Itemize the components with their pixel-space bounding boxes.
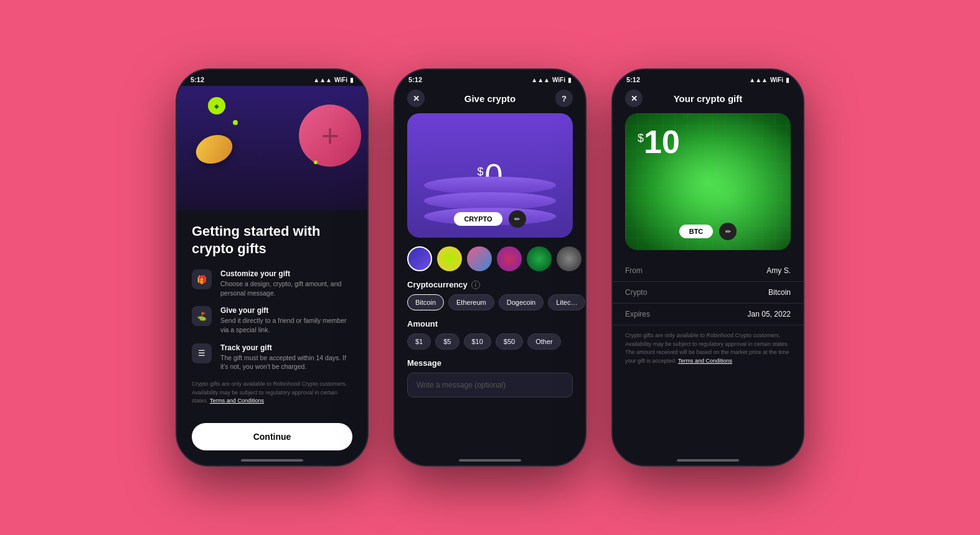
phone2-header: ✕ Give crypto ?: [395, 86, 585, 113]
design-thumb-2[interactable]: [437, 246, 462, 271]
expires-value: Jan 05, 2022: [748, 310, 791, 319]
status-icons-3: ▲▲▲ WiFi ▮: [749, 77, 789, 83]
close-button-2[interactable]: ✕: [407, 90, 425, 107]
btc-dollar: $: [638, 132, 644, 144]
btc-amount: $10: [638, 126, 680, 158]
home-indicator-2: [459, 459, 521, 462]
info-row-expires: Expires Jan 05, 2022: [613, 304, 803, 325]
home-indicator-1: [241, 459, 303, 462]
feature-desc-give: Send it directly to a friend or family m…: [220, 316, 352, 334]
crypto-label: Crypto: [625, 288, 647, 297]
feature-icon-give: ⛳: [192, 306, 212, 326]
pill-10[interactable]: $10: [464, 333, 491, 350]
design-thumb-3[interactable]: [467, 246, 492, 271]
status-bar-1: 5:12 ▲▲▲ WiFi ▮: [177, 70, 367, 86]
phone3-disclaimer: Crypto gifts are only available to Robin…: [613, 325, 803, 371]
phone1-content: 5:12 ▲▲▲ WiFi ▮ Getting started with cry…: [177, 70, 367, 465]
layer-2: [424, 192, 557, 210]
pill-other[interactable]: Other: [527, 333, 561, 350]
signal-icon-2: ▲▲▲: [531, 77, 550, 83]
phone3-header: ✕ Your crypto gift: [613, 86, 803, 113]
design-row: [395, 246, 585, 271]
battery-icon: ▮: [350, 77, 354, 83]
btc-label-pill: BTC: [679, 225, 714, 238]
pill-50[interactable]: $50: [496, 333, 523, 350]
section-crypto-label: Cryptocurrency i: [395, 280, 585, 289]
terms-link-1[interactable]: Terms and Conditions: [210, 398, 264, 404]
card-dollar: $: [478, 165, 484, 178]
design-thumb-6[interactable]: [557, 246, 582, 271]
coin-green-small: [208, 97, 225, 114]
phone1-hero: [177, 86, 367, 210]
feature-icon-track: ☰: [192, 343, 212, 363]
design-thumb-1[interactable]: [407, 246, 432, 271]
from-label: From: [625, 266, 643, 275]
layer-1: [424, 177, 557, 194]
phone3-content: 5:12 ▲▲▲ WiFi ▮ ✕ Your crypto gift $10 B…: [613, 70, 803, 465]
feature-give: ⛳ Give your gift Send it directly to a f…: [192, 306, 352, 334]
expires-label: Expires: [625, 310, 650, 319]
terms-link-3[interactable]: Terms and Conditions: [678, 358, 732, 364]
status-bar-3: 5:12 ▲▲▲ WiFi ▮: [613, 70, 803, 86]
pill-5[interactable]: $5: [435, 333, 459, 350]
phone2-content: 5:12 ▲▲▲ WiFi ▮ ✕ Give crypto ? $0 CRYPT…: [395, 70, 585, 465]
pill-1[interactable]: $1: [407, 333, 431, 350]
feature-icon-customize: 🎁: [192, 269, 212, 289]
edit-button-card[interactable]: ✏: [509, 210, 526, 228]
signal-icon-3: ▲▲▲: [749, 77, 768, 83]
pill-dogecoin[interactable]: Dogecoin: [499, 294, 544, 310]
dot-1: [233, 120, 238, 125]
edit-button-btc[interactable]: ✏: [719, 223, 737, 240]
dot-2: [314, 160, 318, 164]
status-time-2: 5:12: [408, 76, 422, 83]
feature-desc-customize: Choose a design, crypto, gift amount, an…: [220, 279, 352, 297]
phone2-title: Give crypto: [464, 93, 516, 104]
home-indicator-3: [677, 459, 739, 462]
coin-yellow: [192, 130, 236, 169]
crypto-card: $0 CRYPTO ✏: [407, 113, 573, 238]
crypto-value: Bitcoin: [768, 288, 791, 297]
status-icons-1: ▲▲▲ WiFi ▮: [313, 77, 354, 83]
status-time-3: 5:12: [626, 76, 640, 83]
close-button-3[interactable]: ✕: [625, 90, 643, 107]
wifi-icon: WiFi: [334, 77, 347, 83]
pill-ethereum[interactable]: Ethereum: [448, 294, 494, 310]
continue-button[interactable]: Continue: [192, 423, 352, 450]
phone3-title: Your crypto gift: [674, 93, 743, 104]
feature-desc-track: The gift must be accepted within 14 days…: [220, 353, 352, 371]
feature-text-track: Track your gift The gift must be accepte…: [220, 343, 352, 371]
crypto-pills: Bitcoin Ethereum Dogecoin Litec…: [395, 294, 585, 310]
feature-text-give: Give your gift Send it directly to a fri…: [220, 306, 352, 334]
phone-1: 5:12 ▲▲▲ WiFi ▮ Getting started with cry…: [176, 68, 369, 467]
section-amount-label: Amount: [395, 319, 585, 328]
wifi-icon-2: WiFi: [552, 77, 565, 83]
status-icons-2: ▲▲▲ WiFi ▮: [531, 77, 572, 83]
info-row-from: From Amy S.: [613, 260, 803, 282]
design-thumb-5[interactable]: [527, 246, 552, 271]
signal-icon: ▲▲▲: [313, 77, 332, 83]
feature-title-track: Track your gift: [220, 343, 352, 352]
from-value: Amy S.: [766, 266, 791, 275]
pill-litecoin[interactable]: Litec…: [548, 294, 585, 310]
status-bar-2: 5:12 ▲▲▲ WiFi ▮: [395, 70, 585, 86]
wifi-icon-3: WiFi: [770, 77, 783, 83]
pill-bitcoin[interactable]: Bitcoin: [407, 294, 444, 310]
feature-track: ☰ Track your gift The gift must be accep…: [192, 343, 352, 371]
feature-text-customize: Customize your gift Choose a design, cry…: [220, 269, 352, 297]
help-button-2[interactable]: ?: [555, 90, 573, 107]
phone1-title: Getting started with crypto gifts: [192, 223, 352, 257]
feature-customize: 🎁 Customize your gift Choose a design, c…: [192, 269, 352, 297]
phone-2: 5:12 ▲▲▲ WiFi ▮ ✕ Give crypto ? $0 CRYPT…: [393, 68, 587, 467]
amount-pills: $1 $5 $10 $50 Other: [395, 333, 585, 350]
battery-icon-3: ▮: [786, 77, 789, 83]
design-thumb-4[interactable]: [497, 246, 522, 271]
info-row-crypto: Crypto Bitcoin: [613, 282, 803, 304]
message-input[interactable]: Write a message (optional): [407, 373, 573, 398]
btc-card: $10 BTC ✏: [625, 113, 791, 250]
phone1-disclaimer: Crypto gifts are only available to Robin…: [192, 380, 352, 406]
feature-title-give: Give your gift: [220, 306, 352, 315]
battery-icon-2: ▮: [568, 77, 572, 83]
coin-pink-large: [299, 105, 361, 167]
card-chip-row: CRYPTO ✏: [407, 210, 573, 228]
info-icon-crypto[interactable]: i: [471, 281, 480, 289]
